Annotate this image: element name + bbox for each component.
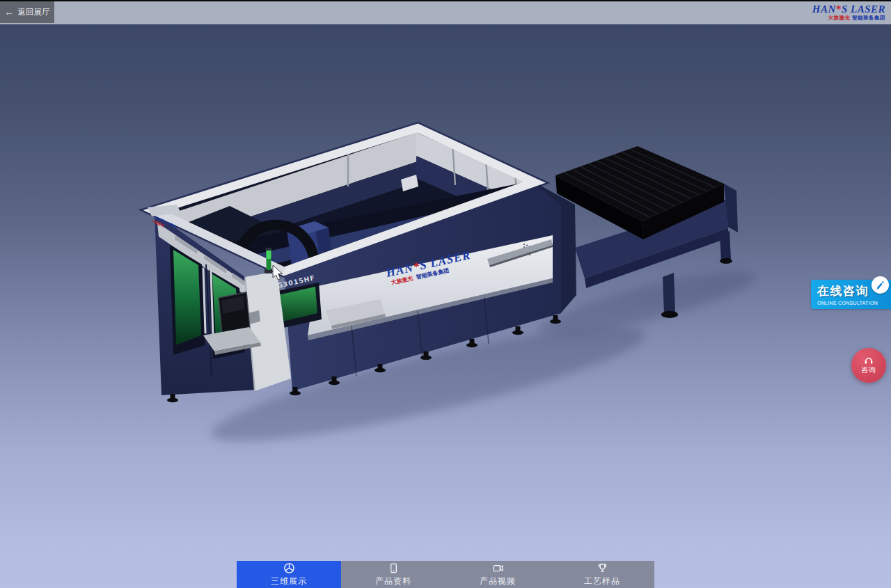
back-arrow-icon: ← — [5, 8, 14, 17]
logo-wordmark: HAN*S LASER — [812, 4, 885, 15]
consultation-subtitle: ONLINE CONSULTATION — [817, 301, 887, 305]
video-camera-icon — [492, 562, 504, 574]
tab-label: 三维展示 — [271, 575, 307, 587]
back-to-hall-button[interactable]: ← 返回展厅 — [0, 1, 54, 23]
tab-3d-display[interactable]: 三维展示 — [237, 561, 341, 588]
headset-icon — [863, 356, 874, 365]
cube-3d-icon — [283, 562, 295, 574]
document-icon — [388, 562, 400, 574]
tab-process-samples[interactable]: 工艺样品 — [550, 561, 654, 588]
logo-subtitle: 大族激光 智能装备集团 — [812, 15, 885, 21]
online-consultation-badge[interactable]: 在线咨询 ONLINE CONSULTATION — [811, 280, 891, 309]
bottom-navigation: 三维展示 产品资料 产品视频 工艺样品 — [237, 561, 654, 588]
back-button-label: 返回展厅 — [18, 7, 50, 17]
tab-label: 产品资料 — [375, 575, 411, 587]
tab-product-video[interactable]: 产品视频 — [446, 561, 550, 588]
tab-label: 工艺样品 — [584, 575, 620, 587]
trophy-icon — [597, 562, 608, 574]
tab-label: 产品视频 — [480, 575, 516, 587]
hans-laser-logo: HAN*S LASER 大族激光 智能装备集团 — [812, 4, 885, 21]
consult-button-label: 咨询 — [861, 365, 876, 375]
consult-float-button[interactable]: 咨询 — [851, 348, 886, 383]
tab-product-info[interactable]: 产品资料 — [341, 561, 446, 588]
top-bar: ← 返回展厅 HAN*S LASER 大族激光 智能装备集团 — [0, 0, 891, 24]
machine-3d-viewport[interactable]: HAN*S LASER 大族激光智能装备集团 G3015HF HAN'S LAS… — [0, 0, 891, 588]
pen-chat-icon — [872, 276, 889, 294]
